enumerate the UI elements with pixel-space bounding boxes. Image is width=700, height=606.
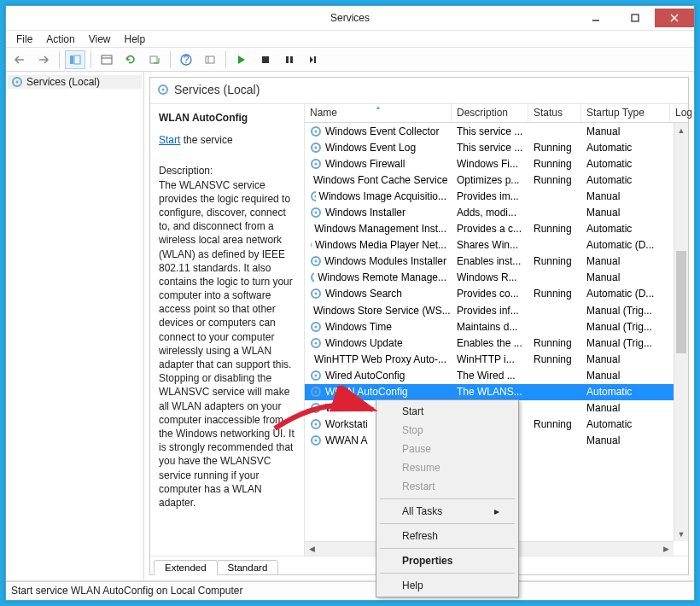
scroll-up-button[interactable]: ▲ [674,123,688,137]
ctx-all-tasks[interactable]: All Tasks▸ [378,502,516,521]
service-startup-cell: Manual (Trig... [581,305,670,317]
menubar: File Action View Help [6,30,694,48]
pane-title: Services (Local) [174,83,260,96]
svg-rect-4 [70,55,73,64]
ctx-refresh[interactable]: Refresh [378,527,516,545]
table-row[interactable]: Windows Management Inst...Provides a c..… [305,221,688,237]
tab-extended[interactable]: Extended [154,560,218,575]
start-link[interactable]: Start [159,134,180,146]
table-row[interactable]: Windows FirewallWindows Fi...RunningAuto… [305,155,688,172]
service-startup-cell: Automatic [581,223,670,235]
table-row[interactable]: Windows Media Player Net...Shares Win...… [305,237,688,253]
service-status-cell: Running [528,158,581,170]
start-service-button[interactable] [231,50,252,69]
scroll-thumb[interactable] [676,251,686,353]
show-hide-tree-button[interactable] [65,50,85,69]
service-status-cell: Running [528,255,581,267]
service-startup-cell: Automatic (D... [581,239,670,251]
table-row[interactable]: Windows UpdateEnables the ...RunningManu… [305,335,688,351]
svg-rect-5 [74,55,80,64]
svg-rect-16 [314,56,316,63]
ctx-stop: Stop [378,421,516,440]
table-row[interactable]: Windows Image Acquisitio...Provides im..… [305,188,688,204]
scroll-left-button[interactable]: ◀ [305,542,319,556]
svg-point-30 [315,195,316,197]
service-startup-cell: Automatic [581,142,670,154]
scroll-down-button[interactable]: ▼ [674,527,688,541]
ctx-restart: Restart [378,477,516,496]
tab-standard[interactable]: Standard [217,560,279,575]
svg-point-18 [16,81,19,84]
table-row[interactable]: Windows Event LogThis service ...Running… [305,139,688,155]
service-startup-cell: Manual [581,271,670,283]
svg-point-42 [315,293,318,295]
service-desc-cell: The WLANS... [452,386,528,398]
gear-icon [310,288,322,300]
ctx-start[interactable]: Start [378,402,516,421]
svg-text:?: ? [184,54,190,66]
scroll-right-button[interactable]: ▶ [659,542,674,556]
help-button[interactable]: ? [176,50,196,69]
column-description[interactable]: Description [452,104,528,122]
column-startup[interactable]: Startup Type [581,104,670,122]
svg-rect-14 [286,56,289,63]
details-pane: WLAN AutoConfig Start the service Descri… [150,104,304,556]
svg-point-39 [312,273,314,282]
service-desc-cell: Maintains d... [452,321,528,333]
service-name-cell: Windows Search [325,288,402,300]
table-row[interactable]: Windows SearchProvides co...RunningAutom… [305,286,688,302]
table-row[interactable]: Wired AutoConfigThe Wired ...ManualLoc [305,367,688,383]
table-row[interactable]: WinHTTP Web Proxy Auto-...WinHTTP i...Ru… [305,351,688,367]
service-startup-cell: Automatic [581,386,670,398]
table-row[interactable]: WLAN AutoConfigThe WLANS...AutomaticLoc [305,384,688,400]
titlebar[interactable]: Services [6,6,694,30]
forward-button[interactable] [33,50,54,69]
service-desc-cell: The Wired ... [452,370,528,382]
pause-service-button[interactable] [279,50,300,69]
table-row[interactable]: Windows InstallerAdds, modi...ManualLoc [305,204,688,220]
export-button[interactable] [144,50,165,69]
table-row[interactable]: Windows Font Cache ServiceOptimizes p...… [305,172,688,188]
selected-service-name: WLAN AutoConfig [159,111,295,125]
gear-icon [310,353,311,365]
table-row[interactable]: Windows TimeMaintains d...Manual (Trig..… [305,318,688,335]
back-button[interactable] [9,50,30,69]
restart-service-button[interactable] [303,50,324,69]
minimize-button[interactable] [576,9,615,27]
tree-item-services-local[interactable]: Services (Local) [8,75,142,89]
menu-view[interactable]: View [82,32,118,47]
service-name-cell: WMI Per [325,402,365,414]
table-row[interactable]: Windows Remote Manage...Windows R...Manu… [305,270,688,286]
service-desc-cell: Windows Fi... [452,158,528,170]
svg-point-20 [162,89,165,91]
table-row[interactable]: Windows Event CollectorThis service ...M… [305,123,688,139]
service-desc-cell: Optimizes p... [452,174,528,186]
service-desc-cell: Enables inst... [452,255,528,267]
services-window: Services File Action View Help ? [5,5,695,601]
svg-point-38 [315,260,318,263]
table-row[interactable]: Windows Modules InstallerEnables inst...… [305,253,688,270]
service-name-cell: Windows Update [325,337,403,349]
gear-icon [157,84,169,96]
service-name-cell: Windows Image Acquisitio... [319,190,446,202]
stop-service-button[interactable] [255,50,276,69]
ctx-help[interactable]: Help [378,576,516,595]
menu-file[interactable]: File [9,32,39,47]
properties-button[interactable] [96,50,117,69]
service-name-cell: Windows Time [325,321,392,333]
close-button[interactable] [655,9,694,27]
svg-rect-8 [150,56,157,63]
maximize-button[interactable] [615,9,655,27]
column-name[interactable]: Name [305,104,452,122]
column-status[interactable]: Status [528,104,581,122]
menu-help[interactable]: Help [118,32,153,47]
table-row[interactable]: Windows Store Service (WS...Provides inf… [305,302,688,318]
vertical-scrollbar[interactable]: ▲ ▼ [674,123,688,541]
service-name-cell: Windows Remote Manage... [318,271,446,283]
service-startup-cell: Manual [581,370,670,382]
help-button-2[interactable] [200,50,220,69]
menu-action[interactable]: Action [39,32,81,47]
refresh-button[interactable] [120,50,141,69]
column-logon[interactable]: Log [670,104,700,122]
ctx-properties[interactable]: Properties [378,551,516,570]
